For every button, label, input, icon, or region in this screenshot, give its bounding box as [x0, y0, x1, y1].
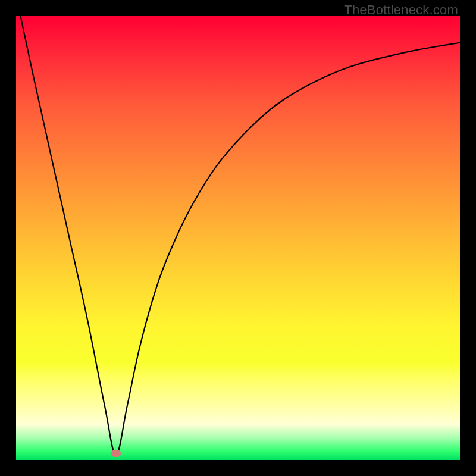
bottleneck-curve	[16, 16, 460, 460]
chart-frame: TheBottleneck.com	[0, 0, 476, 476]
attribution-text: TheBottleneck.com	[344, 2, 458, 18]
optimal-point-marker	[111, 450, 121, 457]
plot-area	[16, 16, 460, 460]
